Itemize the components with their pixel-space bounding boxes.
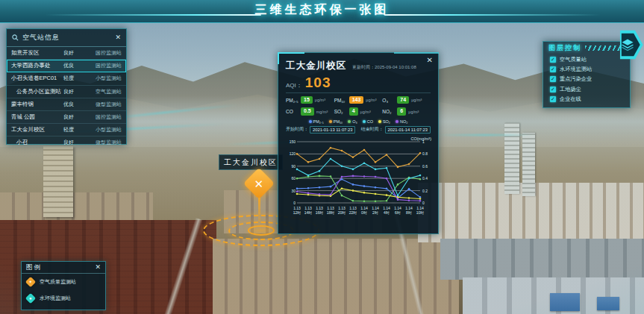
start-time-group: 开始时间： 2021-01-13 11:07:23	[286, 126, 355, 134]
layer-checkbox[interactable]: ✓	[550, 87, 556, 92]
building-block	[550, 293, 580, 311]
legend-dot	[329, 120, 332, 123]
svg-text:150: 150	[290, 139, 296, 144]
pollutant-unit: μg/m³	[411, 98, 422, 102]
legend-panel: 图例 ✕ ✦空气质量监测站●水环境监测站	[21, 261, 106, 310]
chart-legend-item[interactable]: SO₂	[378, 119, 390, 124]
station-name: 小召头道巷EPC01	[11, 75, 63, 82]
search-icon[interactable]	[12, 34, 19, 41]
station-row[interactable]: 如意开发区良好国控监测站	[7, 47, 126, 60]
chart-legend-item[interactable]: PM₂.₅	[309, 119, 324, 124]
station-panel-close-icon[interactable]: ✕	[115, 34, 121, 41]
station-type: 国控监测站	[81, 49, 122, 57]
station-level: 良好	[63, 88, 81, 95]
layer-label: 企业在线	[560, 95, 581, 103]
svg-text:1.142时: 1.142时	[372, 206, 379, 215]
layer-panel-title: 图层控制	[548, 43, 581, 53]
legend-panel-close-icon[interactable]: ✕	[95, 264, 101, 271]
station-type: 微型监测站	[81, 101, 122, 108]
layer-item[interactable]: ✓水环境监测站	[543, 64, 630, 74]
legend-label: PM₁₀	[334, 119, 343, 124]
aqi-label: AQI：	[286, 81, 302, 90]
chart-legend-item[interactable]: CO	[363, 119, 373, 124]
building-block	[440, 239, 644, 280]
station-level: 良好	[63, 113, 81, 121]
station-panel-header: 空气站信息 ✕	[7, 29, 126, 47]
layer-checkbox[interactable]: ✓	[550, 57, 556, 63]
station-row[interactable]: 小召良好微型监测站	[7, 136, 126, 148]
decor-stripes	[585, 45, 625, 51]
svg-text:1.1322时: 1.1322时	[349, 206, 357, 215]
chart-wrap: CO(mg/m³)030609012015000.20.40.60.811.13…	[286, 136, 431, 227]
popup-updated-time: 更新时间：2025-09-04 10:01:08	[352, 64, 416, 71]
legend-dot	[396, 120, 398, 123]
layer-checkbox[interactable]: ✓	[550, 96, 556, 102]
legend-item-label: 空气质量监测站	[40, 278, 76, 286]
svg-text:0.4: 0.4	[422, 176, 428, 180]
svg-text:1.146时: 1.146时	[394, 206, 401, 215]
chart-legend-item[interactable]: O₃	[348, 119, 357, 124]
divider	[286, 92, 431, 93]
top-banner: 三维生态环保一张图	[0, 0, 644, 23]
legend-label: SO₂	[383, 119, 390, 124]
svg-text:0.6: 0.6	[422, 164, 428, 169]
pollutant-name: CO	[286, 109, 298, 114]
layer-item[interactable]: ✓空气质量站	[543, 54, 630, 64]
pollutant-grid: PM₂.₅15μg/m³PM₁₀143μg/m³O₃74μg/m³CO0.5mg…	[286, 96, 431, 116]
pollutant-cell: O₃74μg/m³	[382, 96, 431, 104]
pollutant-cell: NO₂6μg/m³	[382, 107, 431, 115]
svg-text:1.144时: 1.144时	[383, 206, 390, 215]
svg-text:1.140时: 1.140时	[360, 206, 368, 215]
building-block	[504, 123, 519, 194]
station-row[interactable]: 工大金川校区轻度小型监测站	[7, 124, 126, 136]
station-type: 小型监测站	[81, 126, 122, 134]
legend-panel-title: 图例	[26, 263, 95, 272]
layer-panel-header: 图层控制	[543, 42, 630, 54]
legend-marker-icon: ✦	[25, 277, 36, 287]
aqi-popup: ✕ 工大金川校区 更新时间：2025-09-04 10:01:08 AQI： 1…	[278, 52, 439, 234]
layer-panel: 图层控制 ✓空气质量站✓水环境监测站✓重点污染企业✓工地扬尘✓企业在线	[543, 41, 631, 108]
station-row[interactable]: 大学西路办事处优良国控监测站	[7, 60, 126, 72]
station-name: 蒙丰特钢	[11, 101, 63, 108]
pollutant-name: PM₂.₅	[286, 98, 298, 103]
popup-close-icon[interactable]: ✕	[427, 57, 433, 64]
svg-text:0.8: 0.8	[422, 151, 428, 156]
building-block	[0, 192, 153, 231]
station-row[interactable]: 公务员小区监测站良好空气监测站	[7, 86, 126, 98]
svg-text:0.2: 0.2	[422, 188, 428, 192]
station-row[interactable]: 蒙丰特钢优良微型监测站	[7, 98, 126, 111]
layer-checkbox[interactable]: ✓	[550, 66, 556, 72]
chart-legend-item[interactable]: NO₂	[396, 119, 407, 124]
start-time-input[interactable]: 2021-01-13 11:07:23	[310, 126, 355, 134]
legend-dot	[348, 120, 351, 123]
chart-legend-item[interactable]: PM₁₀	[329, 119, 343, 124]
app-root: 工大金川校区 ✕ 三维生态环保一张图 空气站信息 ✕ 如意开发区良好国控监测站大…	[0, 0, 644, 314]
building-block	[418, 183, 644, 242]
layer-item[interactable]: ✓工地扬尘	[543, 84, 630, 94]
pollutant-name: O₃	[382, 98, 395, 103]
layer-checkbox[interactable]: ✓	[550, 76, 556, 82]
layer-item[interactable]: ✓企业在线	[543, 95, 630, 104]
end-time-input[interactable]: 2021-01-14 11:07:23	[385, 126, 431, 134]
svg-text:90: 90	[291, 164, 296, 169]
pollutant-value-badge: 143	[349, 96, 364, 104]
pollutant-cell: PM₂.₅15μg/m³	[286, 96, 334, 104]
legend-dot	[363, 120, 366, 123]
end-time-group: 结束时间： 2021-01-14 11:07:23	[361, 126, 431, 134]
start-time-label: 开始时间：	[286, 126, 308, 133]
svg-text:0: 0	[422, 201, 425, 205]
svg-text:1.1320时: 1.1320时	[338, 206, 346, 215]
station-row[interactable]: 青城 公园良好国控监测站	[7, 111, 126, 124]
legend-label: CO	[367, 119, 373, 124]
aqi-chart: CO(mg/m³)030609012015000.20.40.60.811.13…	[286, 136, 432, 224]
svg-text:30: 30	[291, 188, 296, 192]
building-block	[597, 297, 619, 310]
layer-item[interactable]: ✓重点污染企业	[543, 75, 630, 84]
legend-label: NO₂	[400, 119, 407, 124]
pollutant-unit: μg/m³	[360, 110, 371, 114]
station-row[interactable]: 小召头道巷EPC01轻度小型监测站	[7, 72, 126, 85]
building-block	[463, 277, 644, 314]
pollutant-value-badge: 4	[349, 107, 358, 115]
poi-label[interactable]: 工大金川校区	[219, 154, 283, 170]
pollutant-cell: CO0.5mg/m³	[286, 107, 334, 115]
